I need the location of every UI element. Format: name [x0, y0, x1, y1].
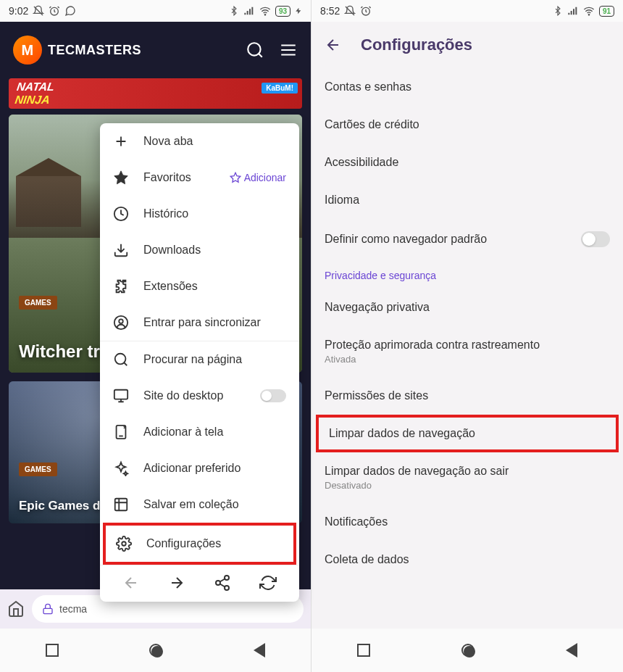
clock-icon	[113, 206, 129, 222]
star-outline-icon	[230, 172, 241, 183]
android-nav-bar	[0, 629, 311, 672]
back-icon[interactable]	[122, 574, 140, 592]
whatsapp-icon	[64, 5, 76, 17]
section-privacy-header: Privacidade e segurança	[312, 260, 623, 289]
star-icon	[113, 170, 129, 186]
setting-accessibility[interactable]: Acessibilidade	[312, 144, 623, 181]
wifi-icon	[583, 5, 595, 17]
back-button[interactable]	[254, 643, 265, 658]
share-icon[interactable]	[214, 574, 231, 592]
menu-save-collection[interactable]: Salvar em coleção	[100, 486, 299, 523]
menu-new-tab[interactable]: Nova aba	[100, 123, 299, 159]
gear-icon	[116, 536, 132, 552]
svg-point-1	[264, 14, 265, 15]
svg-rect-7	[114, 390, 127, 399]
user-sync-icon	[113, 315, 129, 331]
svg-rect-14	[43, 608, 52, 613]
android-nav-bar	[312, 629, 623, 672]
search-icon[interactable]	[246, 41, 264, 59]
menu-history[interactable]: Histórico	[100, 196, 299, 232]
menu-downloads[interactable]: Downloads	[100, 232, 299, 268]
browser-menu: Nova aba Favoritos Adicionar Histórico D…	[100, 123, 299, 602]
menu-sync[interactable]: Entrar para sincronizar	[100, 304, 299, 341]
bell-off-icon	[33, 5, 44, 17]
menu-desktop-site[interactable]: Site do desktop	[100, 378, 299, 414]
add-phone-icon	[113, 424, 129, 440]
home-button[interactable]	[149, 644, 162, 657]
svg-point-13	[225, 586, 229, 590]
setting-tracking[interactable]: Proteção aprimorada contra rastreamento …	[312, 326, 623, 377]
menu-add-preferred[interactable]: Adicionar preferido	[100, 450, 299, 486]
back-button[interactable]	[566, 643, 577, 658]
alarm-icon	[360, 5, 372, 17]
setting-clear-on-exit[interactable]: Limpar dados de navegação ao sair Desati…	[312, 452, 623, 503]
setting-language[interactable]: Idioma	[312, 181, 623, 219]
svg-point-6	[115, 354, 126, 365]
svg-point-12	[216, 581, 220, 585]
svg-point-2	[248, 43, 260, 55]
search-icon	[113, 352, 129, 368]
bell-off-icon	[344, 5, 356, 17]
status-bar: 8:52 91	[312, 0, 623, 22]
menu-extensions[interactable]: Extensões	[100, 268, 299, 304]
svg-point-5	[119, 319, 123, 323]
right-screenshot: 8:52 91 Configurações Contas e senhas Ca…	[312, 0, 623, 672]
site-header: M TECMASTERS	[0, 22, 311, 78]
setting-accounts[interactable]: Contas e senhas	[312, 68, 623, 106]
menu-settings[interactable]: Configurações	[103, 523, 296, 565]
status-bar: 9:02 93	[0, 0, 311, 22]
settings-header: Configurações	[312, 22, 623, 68]
hamburger-icon[interactable]	[279, 41, 298, 59]
home-button[interactable]	[461, 644, 474, 657]
forward-icon[interactable]	[168, 574, 185, 592]
desktop-toggle[interactable]	[260, 389, 286, 402]
menu-add-to-screen[interactable]: Adicionar à tela	[100, 414, 299, 450]
svg-point-16	[588, 14, 589, 15]
page-title: Configurações	[361, 36, 472, 54]
svg-rect-9	[115, 499, 127, 511]
plus-icon	[113, 133, 129, 149]
setting-clear-data[interactable]: Limpar dados de navegação	[316, 415, 619, 452]
setting-notifications[interactable]: Notificações	[312, 503, 623, 541]
download-icon	[113, 242, 129, 258]
site-logo[interactable]: M TECMASTERS	[13, 36, 141, 65]
setting-default-browser[interactable]: Definir como navegador padrão	[312, 219, 623, 260]
add-favorite-action[interactable]: Adicionar	[230, 172, 286, 183]
signal-icon	[243, 5, 255, 17]
svg-point-10	[122, 542, 126, 546]
setting-cards[interactable]: Cartões de crédito	[312, 106, 623, 144]
menu-favorites[interactable]: Favoritos Adicionar	[100, 159, 299, 196]
ad-banner[interactable]: NATALNINJA KaBuM!	[9, 78, 302, 109]
setting-data-collection[interactable]: Coleta de dados	[312, 541, 623, 578]
desktop-icon	[113, 388, 129, 404]
status-time: 9:02	[9, 5, 28, 17]
setting-site-permissions[interactable]: Permissões de sites	[312, 377, 623, 415]
reload-icon[interactable]	[259, 574, 277, 592]
bluetooth-icon	[553, 6, 563, 16]
bluetooth-icon	[229, 6, 239, 16]
lock-icon	[42, 603, 54, 615]
wifi-icon	[259, 5, 271, 17]
default-browser-toggle[interactable]	[581, 231, 610, 247]
left-screenshot: 9:02 93 M TECMASTERS	[0, 0, 312, 672]
puzzle-icon	[113, 278, 129, 294]
setting-private-nav[interactable]: Navegação privativa	[312, 289, 623, 326]
home-icon[interactable]	[7, 600, 25, 618]
signal-icon	[567, 5, 579, 17]
battery-icon: 91	[599, 6, 614, 17]
charging-icon	[295, 6, 302, 16]
settings-list: Contas e senhas Cartões de crédito Acess…	[312, 68, 623, 629]
svg-point-11	[225, 576, 229, 580]
back-arrow-icon[interactable]	[325, 36, 342, 54]
sparkle-icon	[113, 460, 129, 476]
battery-icon: 93	[275, 6, 290, 17]
status-time: 8:52	[320, 5, 340, 17]
alarm-icon	[49, 5, 60, 17]
menu-navigation	[100, 565, 299, 602]
recent-apps-button[interactable]	[357, 644, 370, 657]
collection-icon	[113, 497, 129, 513]
recent-apps-button[interactable]	[46, 644, 59, 657]
menu-find[interactable]: Procurar na página	[100, 341, 299, 378]
